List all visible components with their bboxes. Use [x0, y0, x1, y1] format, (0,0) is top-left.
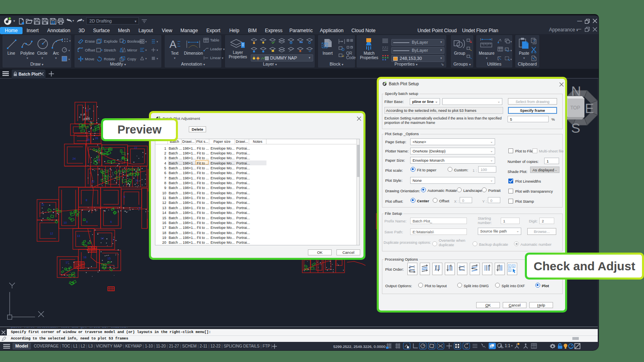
- svg-text:▾: ▾: [510, 49, 512, 52]
- svg-text:▾: ▾: [145, 57, 147, 60]
- svg-text:5: 5: [124, 195, 125, 198]
- svg-text:21: 21: [135, 179, 138, 182]
- svg-text:23: 23: [97, 158, 100, 161]
- svg-text:▾: ▾: [157, 40, 158, 43]
- svg-text:10: 10: [64, 221, 67, 224]
- svg-text:1: 1: [509, 265, 511, 267]
- svg-text:E: E: [585, 101, 594, 116]
- svg-text:22: 22: [134, 146, 137, 149]
- svg-text:▾: ▾: [157, 49, 158, 51]
- svg-text:13: 13: [77, 234, 80, 237]
- svg-text:3: 3: [139, 207, 140, 210]
- svg-text:9: 9: [86, 220, 88, 223]
- svg-text:▾: ▾: [511, 344, 513, 347]
- svg-text:25: 25: [87, 138, 90, 141]
- svg-text:7: 7: [113, 239, 114, 242]
- svg-text:▾: ▾: [510, 40, 512, 43]
- svg-text:A: A: [169, 38, 177, 50]
- svg-text:N: N: [571, 83, 581, 99]
- svg-text:▾: ▾: [68, 58, 70, 61]
- svg-text:12: 12: [50, 232, 53, 235]
- svg-text:▾: ▾: [68, 49, 70, 52]
- svg-text:24: 24: [72, 157, 76, 160]
- svg-text:2: 2: [513, 265, 515, 267]
- svg-text:26: 26: [95, 137, 98, 140]
- svg-text:17: 17: [66, 261, 69, 264]
- svg-text:▾: ▾: [145, 40, 147, 43]
- svg-text:▾: ▾: [69, 39, 71, 42]
- svg-text:1:1: 1:1: [505, 343, 510, 348]
- svg-text:TOP: TOP: [570, 105, 580, 111]
- svg-text:3: 3: [509, 269, 511, 272]
- svg-text:6: 6: [110, 220, 112, 223]
- svg-text:S: S: [571, 120, 580, 136]
- svg-text:16: 16: [83, 256, 87, 259]
- svg-text:17: 17: [86, 109, 89, 112]
- svg-text:8: 8: [86, 199, 87, 202]
- svg-text:14: 14: [101, 237, 104, 240]
- svg-text:▾: ▾: [157, 57, 158, 60]
- svg-text:15: 15: [107, 257, 111, 260]
- svg-text:11: 11: [41, 203, 44, 206]
- svg-text:▾: ▾: [145, 49, 147, 51]
- svg-text:▾: ▾: [510, 58, 512, 61]
- svg-text:12: 12: [91, 180, 95, 183]
